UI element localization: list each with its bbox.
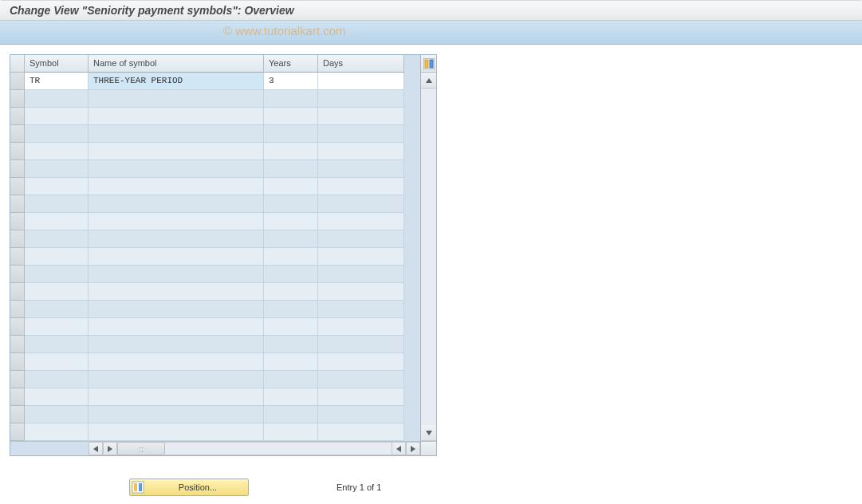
cell-name[interactable] <box>89 108 264 125</box>
cell-years[interactable]: 3 <box>264 73 318 90</box>
row-select-handle[interactable] <box>10 73 25 90</box>
hscroll-left-button[interactable] <box>89 442 103 455</box>
cell-name[interactable] <box>89 178 264 195</box>
cell-days[interactable] <box>318 90 404 108</box>
horizontal-scrollbar[interactable]: :: <box>10 441 420 455</box>
cell-name[interactable] <box>89 160 264 178</box>
cell-years[interactable] <box>264 423 318 441</box>
row-select-handle[interactable] <box>10 143 25 160</box>
cell-days[interactable] <box>318 73 404 90</box>
row-select-handle[interactable] <box>10 230 25 248</box>
cell-name[interactable] <box>89 195 264 213</box>
hscroll-left-end-button[interactable] <box>392 442 406 455</box>
cell-years[interactable] <box>264 230 318 248</box>
row-select-handle[interactable] <box>10 301 25 318</box>
row-select-handle[interactable] <box>10 318 25 336</box>
hscroll-right-inner-button[interactable] <box>103 442 117 455</box>
cell-days[interactable] <box>318 160 404 178</box>
cell-name[interactable]: THREE-YEAR PERIOD <box>89 73 264 90</box>
cell-years[interactable] <box>264 301 318 318</box>
cell-symbol[interactable] <box>25 213 89 230</box>
cell-years[interactable] <box>264 143 318 160</box>
cell-name[interactable] <box>89 318 264 336</box>
col-header-days[interactable]: Days <box>318 55 404 73</box>
row-select-handle[interactable] <box>10 195 25 213</box>
row-select-handle[interactable] <box>10 248 25 266</box>
select-all-handle[interactable] <box>10 55 25 73</box>
cell-name[interactable] <box>89 90 264 108</box>
row-select-handle[interactable] <box>10 283 25 301</box>
cell-name[interactable] <box>89 248 264 266</box>
cell-symbol[interactable] <box>25 388 89 406</box>
cell-days[interactable] <box>318 266 404 283</box>
cell-name[interactable] <box>89 283 264 301</box>
col-header-years[interactable]: Years <box>264 55 318 73</box>
cell-days[interactable] <box>318 423 404 441</box>
cell-symbol[interactable] <box>25 353 89 371</box>
hscroll-right-button[interactable] <box>406 442 420 455</box>
vscroll-up-button[interactable] <box>421 73 436 89</box>
row-select-handle[interactable] <box>10 108 25 125</box>
cell-years[interactable] <box>264 213 318 230</box>
position-button[interactable]: Position... <box>129 478 249 496</box>
cell-days[interactable] <box>318 301 404 318</box>
cell-symbol[interactable] <box>25 336 89 353</box>
cell-years[interactable] <box>264 318 318 336</box>
cell-years[interactable] <box>264 248 318 266</box>
cell-symbol[interactable] <box>25 318 89 336</box>
cell-days[interactable] <box>318 125 404 143</box>
cell-symbol[interactable] <box>25 230 89 248</box>
cell-name[interactable] <box>89 336 264 353</box>
cell-days[interactable] <box>318 178 404 195</box>
cell-name[interactable] <box>89 266 264 283</box>
cell-symbol[interactable] <box>25 371 89 388</box>
cell-days[interactable] <box>318 371 404 388</box>
cell-symbol[interactable] <box>25 423 89 441</box>
cell-name[interactable] <box>89 301 264 318</box>
row-select-handle[interactable] <box>10 213 25 230</box>
cell-name[interactable] <box>89 125 264 143</box>
cell-name[interactable] <box>89 423 264 441</box>
cell-years[interactable] <box>264 336 318 353</box>
cell-years[interactable] <box>264 283 318 301</box>
row-select-handle[interactable] <box>10 336 25 353</box>
col-header-name[interactable]: Name of symbol <box>89 55 264 73</box>
cell-symbol[interactable]: TR <box>25 73 89 90</box>
cell-days[interactable] <box>318 318 404 336</box>
cell-name[interactable] <box>89 230 264 248</box>
cell-name[interactable] <box>89 213 264 230</box>
row-select-handle[interactable] <box>10 353 25 371</box>
cell-symbol[interactable] <box>25 301 89 318</box>
cell-symbol[interactable] <box>25 125 89 143</box>
cell-years[interactable] <box>264 388 318 406</box>
vertical-scrollbar[interactable] <box>420 55 436 455</box>
cell-days[interactable] <box>318 143 404 160</box>
cell-symbol[interactable] <box>25 195 89 213</box>
cell-days[interactable] <box>318 353 404 371</box>
cell-name[interactable] <box>89 353 264 371</box>
cell-name[interactable] <box>89 406 264 423</box>
cell-years[interactable] <box>264 266 318 283</box>
hscroll-thumb[interactable]: :: <box>117 442 165 455</box>
cell-symbol[interactable] <box>25 143 89 160</box>
vscroll-down-button[interactable] <box>421 425 436 441</box>
cell-days[interactable] <box>318 336 404 353</box>
cell-years[interactable] <box>264 371 318 388</box>
row-select-handle[interactable] <box>10 371 25 388</box>
cell-days[interactable] <box>318 108 404 125</box>
configure-columns-button[interactable] <box>421 55 436 73</box>
cell-days[interactable] <box>318 230 404 248</box>
cell-years[interactable] <box>264 90 318 108</box>
cell-years[interactable] <box>264 178 318 195</box>
cell-name[interactable] <box>89 388 264 406</box>
vscroll-end-button[interactable] <box>421 441 436 455</box>
cell-years[interactable] <box>264 406 318 423</box>
cell-days[interactable] <box>318 248 404 266</box>
col-header-symbol[interactable]: Symbol <box>25 55 89 73</box>
row-select-handle[interactable] <box>10 388 25 406</box>
cell-name[interactable] <box>89 371 264 388</box>
row-select-handle[interactable] <box>10 90 25 108</box>
row-select-handle[interactable] <box>10 125 25 143</box>
cell-symbol[interactable] <box>25 160 89 178</box>
cell-years[interactable] <box>264 353 318 371</box>
